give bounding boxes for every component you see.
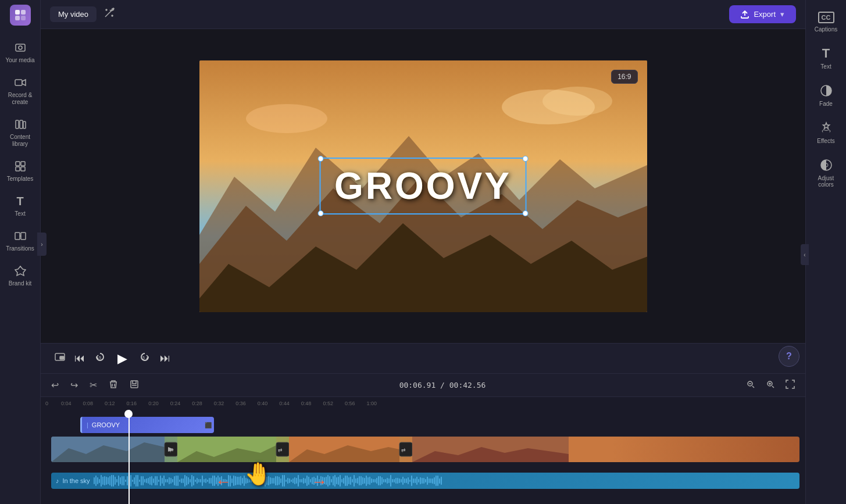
svg-point-19 <box>112 15 113 16</box>
play-button[interactable]: ▶ <box>110 349 134 369</box>
timeline-section: ↩ ↪ ✂ 00:06.91 / 00:42.56 <box>41 373 805 504</box>
svg-rect-15 <box>21 233 26 240</box>
sidebar-item-transitions[interactable]: Transitions <box>3 224 38 257</box>
redo-button[interactable]: ↪ <box>67 378 81 392</box>
fit-timeline-button[interactable] <box>782 378 798 392</box>
skip-to-end-button[interactable]: ⏭ <box>155 350 175 367</box>
svg-rect-3 <box>21 16 26 20</box>
svg-rect-4 <box>16 44 25 51</box>
timeline-ruler: 0 0:04 0:08 0:12 0:16 0:20 0:24 0:28 0:3… <box>41 397 805 410</box>
effects-label: Effects <box>817 138 834 144</box>
record-create-label: Record &create <box>8 92 33 106</box>
svg-point-23 <box>542 87 612 116</box>
brand-kit-label: Brand kit <box>9 280 31 287</box>
record-create-icon <box>13 76 27 90</box>
svg-rect-6 <box>15 80 22 85</box>
audio-track-clip[interactable]: ♪ In the sky // Generate waveform bars d… <box>51 473 799 489</box>
groovy-text-overlay[interactable]: GROOVY <box>319 158 527 215</box>
svg-rect-2 <box>15 16 20 20</box>
adjust-colors-icon <box>819 158 833 172</box>
export-chevron: ▾ <box>780 10 784 19</box>
audio-clip-label: In the sky <box>63 477 90 484</box>
text-clip-label: GROOVY <box>92 421 120 428</box>
audio-track-row: ♪ In the sky // Generate waveform bars d… <box>41 470 805 491</box>
rewind-5s-button[interactable]: 5 <box>90 349 110 368</box>
selection-handle-tl[interactable] <box>317 156 323 162</box>
text-track-clip[interactable]: | GROOVY ⬛ <box>80 417 214 433</box>
svg-text:5: 5 <box>99 356 101 360</box>
svg-rect-14 <box>15 233 20 240</box>
collapse-right-button[interactable]: ‹ <box>801 244 809 265</box>
svg-marker-17 <box>15 266 26 276</box>
svg-rect-29 <box>131 381 138 388</box>
right-sidebar-item-fade[interactable]: Fade <box>809 78 844 113</box>
sidebar-item-content-library[interactable]: Contentlibrary <box>3 113 38 152</box>
playhead-handle[interactable] <box>124 410 133 418</box>
forward-5s-button[interactable]: 5 <box>134 349 155 368</box>
adjust-colors-label: Adjustcolors <box>818 175 834 188</box>
export-label: Export <box>754 10 776 19</box>
right-sidebar-item-adjust-colors[interactable]: Adjustcolors <box>809 152 844 194</box>
sidebar-item-text[interactable]: T Text <box>3 190 38 222</box>
brand-kit-icon <box>13 264 27 278</box>
selection-handle-tr[interactable] <box>523 156 529 162</box>
content-library-label: Contentlibrary <box>10 134 30 148</box>
delete-button[interactable] <box>105 378 122 392</box>
svg-text:⇄: ⇄ <box>169 447 174 453</box>
sidebar-item-record-create[interactable]: Record &create <box>3 71 38 110</box>
help-button[interactable]: ? <box>779 346 799 367</box>
right-sidebar-item-text[interactable]: T Text <box>809 41 844 76</box>
main-content: My video Export ▾ <box>41 0 805 504</box>
right-text-icon: T <box>819 47 833 60</box>
svg-text:5: 5 <box>142 356 145 360</box>
sidebar-collapse-button[interactable]: › <box>37 233 47 256</box>
svg-rect-13 <box>21 167 25 171</box>
sidebar-item-brand-kit[interactable]: Brand kit <box>3 259 38 292</box>
transitions-icon <box>13 229 27 243</box>
magic-wand-button[interactable] <box>103 7 115 22</box>
text-label: Text <box>15 210 25 217</box>
svg-text:⇄: ⇄ <box>278 447 283 453</box>
your-media-label: Your media <box>5 57 34 64</box>
svg-rect-1 <box>21 10 26 15</box>
audio-waveform: // Generate waveform bars dynamically do… <box>94 473 795 489</box>
selection-handle-bl[interactable] <box>317 210 323 216</box>
sidebar-item-your-media[interactable]: Your media <box>3 36 38 69</box>
current-time: 00:06.91 <box>399 381 436 389</box>
templates-label: Templates <box>7 176 34 183</box>
right-sidebar-item-effects[interactable]: Effects <box>809 115 844 150</box>
templates-icon <box>13 159 27 173</box>
groovy-text: GROOVY <box>334 165 512 207</box>
effects-icon <box>819 121 833 135</box>
svg-text:⇄: ⇄ <box>401 447 406 453</box>
export-button[interactable]: Export ▾ <box>729 5 796 23</box>
project-name-button[interactable]: My video <box>50 6 97 22</box>
svg-rect-26 <box>60 356 64 359</box>
svg-point-24 <box>246 104 327 133</box>
zoom-out-button[interactable] <box>743 378 759 392</box>
aspect-ratio-badge: 16:9 <box>611 70 637 84</box>
cut-button[interactable]: ✂ <box>86 378 101 392</box>
audio-track-content: ♪ In the sky // Generate waveform bars d… <box>45 470 805 491</box>
video-track-clip[interactable]: ⇄ ⇄ ⇄ <box>51 437 799 462</box>
video-track-content: ⇄ ⇄ ⇄ <box>45 439 805 468</box>
undo-button[interactable]: ↩ <box>48 378 62 392</box>
svg-rect-7 <box>16 120 19 128</box>
video-container: GROOVY 16:9 <box>199 60 647 312</box>
right-sidebar-item-captions[interactable]: CC Captions <box>809 6 844 38</box>
total-time: 00:42.56 <box>449 381 486 389</box>
pip-button[interactable] <box>50 349 70 367</box>
captions-label: Captions <box>815 26 837 33</box>
video-track-row: ⇄ ⇄ ⇄ <box>41 439 805 468</box>
timeline-tracks: | GROOVY ⬛ <box>41 410 805 504</box>
selection-handle-br[interactable] <box>523 210 529 216</box>
left-sidebar: Your media Record &create Contentlibrary <box>0 0 41 504</box>
timeline-toolbar: ↩ ↪ ✂ 00:06.91 / 00:42.56 <box>41 374 805 397</box>
zoom-in-button[interactable] <box>762 378 779 392</box>
sidebar-item-templates[interactable]: Templates <box>3 155 38 187</box>
top-bar: My video Export ▾ <box>41 0 805 29</box>
save-to-timeline-button[interactable] <box>126 378 142 392</box>
svg-rect-11 <box>21 162 25 166</box>
captions-icon: CC <box>818 12 834 23</box>
skip-to-start-button[interactable]: ⏮ <box>70 350 90 367</box>
